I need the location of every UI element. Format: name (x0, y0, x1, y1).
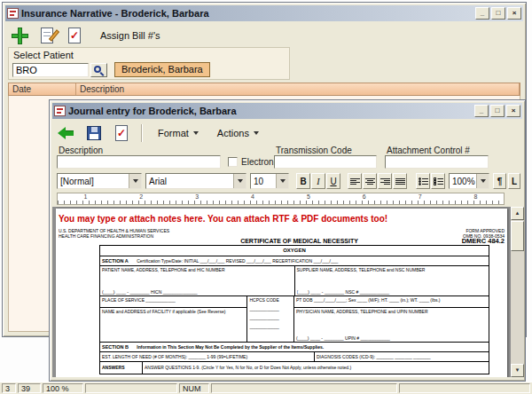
show-paragraph-marks-button[interactable]: ¶ (493, 173, 506, 189)
patient-search-button[interactable] (90, 63, 107, 77)
new-narrative-button[interactable] (8, 24, 31, 47)
description-input[interactable] (57, 155, 221, 169)
green-back-arrow-icon (58, 126, 75, 140)
save-button[interactable] (82, 122, 106, 145)
chevron-down-icon (193, 131, 199, 135)
ruler-number: 2 (139, 193, 143, 204)
combo-dropdown-button[interactable] (476, 174, 489, 188)
transmission-code-label: Transmission Code (276, 146, 352, 155)
align-center-icon (365, 177, 375, 185)
patient-dob-line: PT DOB ____/____/____; Sex ____ (M/F); H… (294, 296, 489, 308)
save-icon (87, 126, 101, 140)
format-menu-label: Format (158, 128, 189, 138)
electronic-checkbox[interactable] (228, 157, 238, 167)
zoom-value: 100% (450, 177, 476, 186)
patient-physician-column: PT DOB ____/____/____; Sex ____ (M/F); H… (294, 296, 489, 342)
minimize-button[interactable]: _ (474, 105, 489, 117)
close-button[interactable]: × (506, 105, 520, 117)
chevron-down-icon (481, 179, 486, 183)
font-family-combo[interactable]: Arial (145, 173, 246, 189)
statusbar-cell-zoom: 100 % (43, 383, 83, 393)
transmission-code-input[interactable] (274, 155, 377, 169)
bullet-list-button[interactable] (416, 173, 430, 189)
search-icon-handle (100, 72, 105, 76)
combo-dropdown-button[interactable] (129, 174, 141, 188)
zoom-combo[interactable]: 100% (449, 173, 489, 189)
align-right-button[interactable] (378, 173, 392, 189)
patient-search-input[interactable] (12, 63, 89, 77)
window-title: Insurance Narrative - Broderick, Barbara (21, 8, 473, 19)
column-header-description[interactable]: Description (76, 83, 520, 95)
agency-block: U.S. DEPARTMENT OF HEALTH & HUMAN SERVIC… (59, 228, 192, 244)
verify-narrative-button[interactable]: ✓ (63, 24, 86, 47)
verify-entry-button[interactable]: ✓ (110, 122, 133, 145)
italic-button[interactable]: I (311, 173, 325, 189)
attachment-control-input[interactable] (385, 155, 489, 169)
service-row: PLACE OF SERVICE ____________ NAME and A… (100, 296, 489, 342)
selected-patient-chip[interactable]: Broderick, Barbara (114, 62, 210, 77)
est-length-row: EST. LENGTH OF NEED (# OF MONTHS): _____… (100, 351, 489, 361)
numbered-list-button[interactable] (431, 173, 445, 189)
ruler-number: 6 (363, 193, 366, 204)
ruler-number: 1 (83, 193, 87, 204)
maximize-button[interactable]: □ (490, 105, 505, 117)
window-icon-mark (57, 108, 63, 110)
window-icon-mark (57, 112, 61, 114)
floppy-shutter (91, 127, 98, 132)
est-length-text: EST. LENGTH OF NEED (# OF MONTHS): _____… (100, 352, 314, 361)
align-center-button[interactable] (363, 173, 377, 189)
journal-toolbar: ✓ Format Actions (55, 121, 266, 146)
window-icon-mark (10, 11, 16, 12)
font-size-combo[interactable]: 10 (250, 173, 289, 189)
edit-narrative-button[interactable] (35, 24, 59, 47)
patient-cell: PATIENT NAME, ADDRESS, TELEPHONE and HIC… (100, 266, 295, 296)
check-document-icon: ✓ (68, 28, 81, 43)
section-b-row: SECTION B Information in This Section Ma… (100, 342, 489, 351)
ruler[interactable]: 1 2 3 4 5 6 7 8 (57, 193, 505, 205)
font-family-value: Arial (146, 177, 233, 186)
journal-entry-titlebar[interactable]: Journal entry for Broderick, Barbara _ □… (52, 103, 522, 119)
post-entry-button[interactable] (55, 122, 78, 145)
minimize-button[interactable]: _ (475, 7, 489, 20)
ruler-number: 8 (474, 193, 478, 204)
combo-dropdown-button[interactable] (276, 174, 288, 188)
chevron-down-icon (238, 179, 243, 183)
statusbar-cell: 3 (2, 383, 16, 393)
align-justify-button[interactable] (393, 173, 407, 189)
assign-bill-button[interactable]: Assign Bill #'s (90, 27, 168, 44)
document-page[interactable]: You may type or attach notes here. You c… (56, 209, 507, 377)
ruler-number: 7 (419, 193, 422, 204)
scroll-down-button[interactable]: ▼ (511, 364, 524, 377)
section-a-label: SECTION A (102, 258, 129, 264)
application-workspace: Insurance Narrative - Broderick, Barbara… (0, 0, 532, 394)
tab-stop-selector-button[interactable]: L (508, 173, 520, 189)
assign-bill-label: Assign Bill #'s (100, 30, 160, 41)
paragraph-style-combo[interactable]: [Normal] (57, 173, 142, 189)
scroll-up-button[interactable]: ▲ (511, 207, 524, 220)
column-header-date[interactable]: Date (9, 83, 76, 95)
form-number: DMERC 484.2 (407, 239, 505, 244)
scrollbar-thumb[interactable] (511, 221, 524, 251)
answers-text: ANSWER QUESTIONS 1-9. (Circle Y for Yes,… (143, 362, 489, 374)
underline-button[interactable]: U (326, 173, 340, 189)
format-menu-button[interactable]: Format (151, 124, 206, 142)
insurance-toolbar: ✓ Assign Bill #'s (8, 23, 168, 48)
close-button[interactable]: × (507, 7, 521, 20)
insurance-narrative-titlebar[interactable]: Insurance Narrative - Broderick, Barbara… (5, 5, 523, 21)
bold-button[interactable]: B (296, 173, 310, 189)
floppy-label (90, 134, 98, 139)
actions-menu-label: Actions (217, 128, 249, 138)
combo-dropdown-button[interactable] (233, 174, 246, 188)
editor-note-text: You may type or attach notes here. You c… (56, 209, 507, 225)
align-right-icon (380, 177, 390, 185)
maximize-button[interactable]: □ (491, 7, 505, 20)
doc-line (43, 35, 51, 36)
physician-cell: PHYSICIAN NAME, ADDRESS, TELEPHONE and U… (294, 308, 489, 342)
edit-document-icon (41, 28, 53, 43)
align-left-button[interactable] (348, 173, 362, 189)
vertical-scrollbar[interactable]: ▲ ▼ (511, 207, 524, 377)
actions-menu-button[interactable]: Actions (210, 124, 266, 142)
statusbar-cell (211, 383, 397, 393)
hcpcs-column: HCPCS CODE ____________ ____________ ___… (247, 296, 294, 342)
section-b-label: SECTION B (102, 344, 129, 350)
